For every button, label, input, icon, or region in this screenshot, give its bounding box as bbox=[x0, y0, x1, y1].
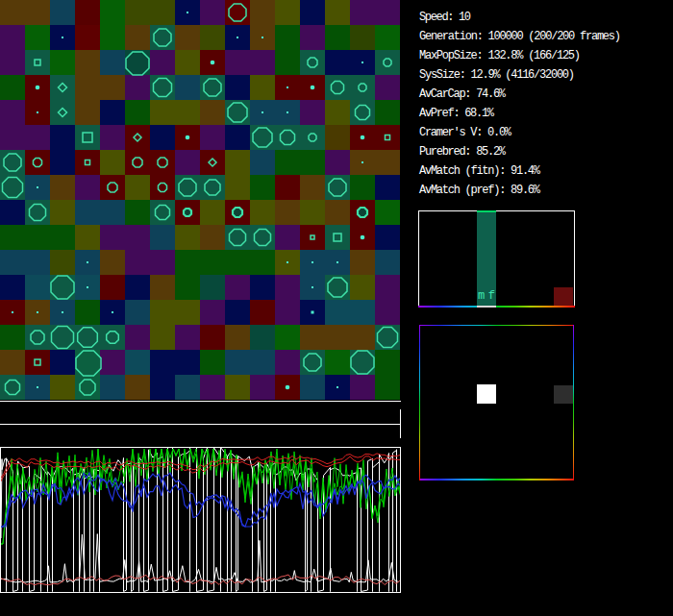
svg-text:Generation: 100000 (200/200 fr: Generation: 100000 (200/200 frames) bbox=[419, 30, 621, 43]
svg-text:Cramer's V: 0.0%: Cramer's V: 0.0% bbox=[419, 126, 512, 139]
svg-text:m f: m f bbox=[478, 289, 495, 303]
svg-text:MaxPopSize: 132.8% (166/125): MaxPopSize: 132.8% (166/125) bbox=[419, 49, 581, 62]
svg-text:AvPref: 68.1%: AvPref: 68.1% bbox=[419, 107, 495, 120]
svg-text:AvMatch (fitn): 91.4%: AvMatch (fitn): 91.4% bbox=[419, 164, 541, 178]
svg-text:Speed: 10: Speed: 10 bbox=[419, 11, 471, 24]
svg-text:AvCarCap: 74.6%: AvCarCap: 74.6% bbox=[419, 87, 507, 101]
svg-text:SysSize: 12.9% (4116/32000): SysSize: 12.9% (4116/32000) bbox=[419, 68, 575, 82]
svg-text:AvMatch (pref): 89.6%: AvMatch (pref): 89.6% bbox=[419, 184, 541, 197]
svg-text:Purebred: 85.2%: Purebred: 85.2% bbox=[419, 145, 507, 159]
